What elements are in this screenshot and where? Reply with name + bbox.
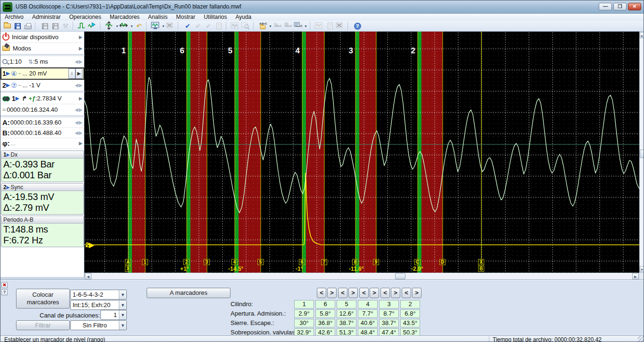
- horizontal-scrollbar[interactable]: ◀ ▶: [84, 273, 639, 280]
- marker-box-a[interactable]: A: [125, 259, 131, 265]
- sidebar-item-channel1[interactable]: 1 ▶ ④ ~ ... 20 mV ↕ ▶: [0, 67, 84, 80]
- sidebar-item-position[interactable]: ≈ 0000:00:16.324.40 ◀▶: [0, 104, 84, 116]
- menu-item-administrar[interactable]: Administrar: [28, 14, 65, 21]
- sidebar-item-modes[interactable]: Modos ▶: [0, 43, 84, 54]
- step-left-icon[interactable]: ◀: [75, 120, 79, 125]
- display-mode-icon[interactable]: [151, 21, 161, 31]
- marker-box-b-x[interactable]: B: [478, 266, 484, 272]
- marker-box-8[interactable]: 8: [352, 259, 358, 265]
- marker-box-1[interactable]: 1: [142, 259, 148, 265]
- marker-box-9[interactable]: 9: [373, 259, 379, 265]
- menu-item-marcadores[interactable]: Marcadores: [106, 14, 144, 21]
- hscroll-thumb[interactable]: [395, 273, 405, 279]
- zoom-vertical-icon[interactable]: [105, 21, 115, 31]
- chevron-down-icon[interactable]: ▼: [119, 310, 126, 319]
- chevron-down-icon[interactable]: ▼: [119, 290, 126, 299]
- canal-pulsaciones-select[interactable]: 1 ▼: [100, 310, 127, 320]
- cylinder-next-button-5[interactable]: >: [412, 288, 421, 298]
- scroll-left-icon[interactable]: ◀: [85, 273, 91, 279]
- scroll-right-icon[interactable]: ▶: [632, 273, 639, 279]
- channel1-updown-button[interactable]: ↕: [68, 68, 75, 79]
- channel1-expand-button[interactable]: ▶: [75, 68, 83, 79]
- chevron-down-icon[interactable]: ▼: [119, 321, 126, 330]
- cylinder-next-button-1[interactable]: >: [327, 288, 337, 298]
- scroll-up-icon[interactable]: ▲: [640, 32, 644, 38]
- reference-panel-icon-dropdown[interactable]: ▼: [304, 21, 308, 31]
- menu-item-archivo[interactable]: Archivo: [0, 14, 28, 21]
- cylinder-next-button-2[interactable]: >: [348, 288, 358, 298]
- cylinder-prev-button-2[interactable]: <: [338, 288, 347, 298]
- cylinder-next-button-3[interactable]: >: [370, 288, 379, 298]
- step-left-icon[interactable]: ◀: [75, 130, 79, 135]
- sidebar-item-marker-b[interactable]: B: 0000:00:16.488.40 ◀▶: [0, 128, 84, 138]
- minimize-button[interactable]: —: [599, 3, 612, 10]
- help-icon[interactable]: ?: [352, 21, 363, 31]
- sidebar-item-scale[interactable]: :1:10 ⇅ :5 ms ◀▶: [0, 56, 84, 67]
- chevron-down-icon[interactable]: ▼: [119, 300, 126, 309]
- chevron-right-icon[interactable]: ▶: [79, 141, 83, 146]
- marker-box-x-a[interactable]: X: [125, 266, 131, 272]
- cylinder-prev-button-1[interactable]: <: [317, 288, 326, 298]
- scroll-down-icon[interactable]: ▼: [640, 266, 644, 272]
- save-file-icon[interactable]: [12, 21, 23, 31]
- panel-help-button[interactable]: ?: [1, 289, 8, 295]
- step-right-icon[interactable]: ▶: [79, 130, 83, 135]
- close-button[interactable]: ✕: [628, 3, 641, 10]
- load-reference-icon[interactable]: A:B+C: [258, 21, 268, 31]
- vscroll-thumb[interactable]: [640, 150, 644, 158]
- menu-item-mostrar[interactable]: Mostrar: [172, 14, 199, 21]
- chevron-right-icon[interactable]: ▶: [79, 96, 83, 101]
- chevron-right-icon[interactable]: ▶: [79, 34, 83, 40]
- close-panel-button[interactable]: ✖: [1, 282, 8, 288]
- cylinder-prev-button-5[interactable]: <: [402, 288, 411, 298]
- filtrar-button[interactable]: Filtrar: [16, 320, 70, 330]
- step-left-icon[interactable]: ◀: [75, 59, 79, 64]
- menu-item-utilitarios[interactable]: Utilitarios: [199, 14, 231, 21]
- marker-box-3[interactable]: 3: [204, 259, 210, 265]
- step-right-icon[interactable]: ▶: [79, 59, 83, 64]
- step-left-icon[interactable]: ◀: [75, 83, 79, 88]
- single-sweep-icon[interactable]: [77, 21, 88, 31]
- chevron-right-icon[interactable]: ▶: [79, 46, 83, 51]
- step-right-icon[interactable]: ▶: [79, 120, 83, 125]
- reference-panel-icon[interactable]: A:B+C: [293, 21, 304, 31]
- int-exh-select[interactable]: Int:15; Exh:20 ▼: [70, 300, 127, 310]
- marker-box-x[interactable]: X: [478, 259, 484, 265]
- menu-item-ayuda[interactable]: Ayuda: [231, 14, 256, 21]
- step-right-icon[interactable]: ▶: [79, 107, 83, 112]
- sidebar-item-channel2[interactable]: 2 ▶ ⑦ ~ ... -1 V ◀▶: [0, 80, 84, 91]
- vertical-scrollbar[interactable]: ▲ ▼: [639, 32, 644, 273]
- sidebar-item-marker-a[interactable]: A: 0000:00:16.339.60 ◀▶: [0, 117, 84, 128]
- cylinder-prev-button-3[interactable]: <: [359, 288, 369, 298]
- sidebar-item-start-device[interactable]: Iniciar dispositivo ▶: [0, 32, 84, 43]
- open-file-icon[interactable]: [2, 21, 12, 31]
- maximize-button[interactable]: ❐: [613, 3, 627, 10]
- load-reference-icon-dropdown[interactable]: ▼: [268, 21, 272, 31]
- print-icon[interactable]: [23, 21, 33, 31]
- display-mode-icon-dropdown[interactable]: ▼: [161, 21, 165, 31]
- step-left-icon[interactable]: ◀: [75, 107, 79, 112]
- marker-box-5[interactable]: 5: [257, 259, 264, 265]
- zoom-horizontal-icon-dropdown[interactable]: ▼: [130, 21, 134, 31]
- marker-box-4[interactable]: 4: [231, 259, 238, 265]
- cylinder-next-button-4[interactable]: >: [391, 288, 400, 298]
- oscilloscope-display[interactable]: 165432 AX12+1°34-14.5°56-1°78-11.6°9C-2.…: [84, 32, 639, 273]
- a-marcadores-button[interactable]: A marcadores: [147, 288, 231, 298]
- zoom-vertical-icon-dropdown[interactable]: ▼: [115, 21, 119, 31]
- cylinder-prev-button-4[interactable]: <: [380, 288, 390, 298]
- marker-box-d[interactable]: D: [439, 259, 446, 265]
- menu-item-analisis[interactable]: Analisis: [144, 14, 172, 21]
- pan-view-icon[interactable]: [88, 21, 98, 31]
- firing-order-select[interactable]: 1-6-5-4-3-2 ▼: [70, 290, 127, 300]
- accept-icon[interactable]: ✔: [182, 21, 193, 31]
- menu-item-operaciones[interactable]: Operaciones: [65, 14, 106, 21]
- zoom-horizontal-icon[interactable]: [119, 21, 130, 31]
- colocar-marcadores-button[interactable]: Colocar marcadores: [16, 289, 70, 309]
- filtro-select[interactable]: Sin Filtro ▼: [70, 320, 127, 330]
- sidebar-item-phase[interactable]: φ: ... ▶: [0, 138, 84, 149]
- marker-box-c[interactable]: C: [414, 259, 421, 265]
- marker-box-6[interactable]: 6: [299, 259, 305, 265]
- marker-box-2[interactable]: 2: [183, 259, 190, 265]
- marker-box-7[interactable]: 7: [321, 259, 327, 265]
- sidebar-item-trigger[interactable]: 1 ▶ ↱ +ƒ :2.7834 V ▶: [0, 93, 84, 104]
